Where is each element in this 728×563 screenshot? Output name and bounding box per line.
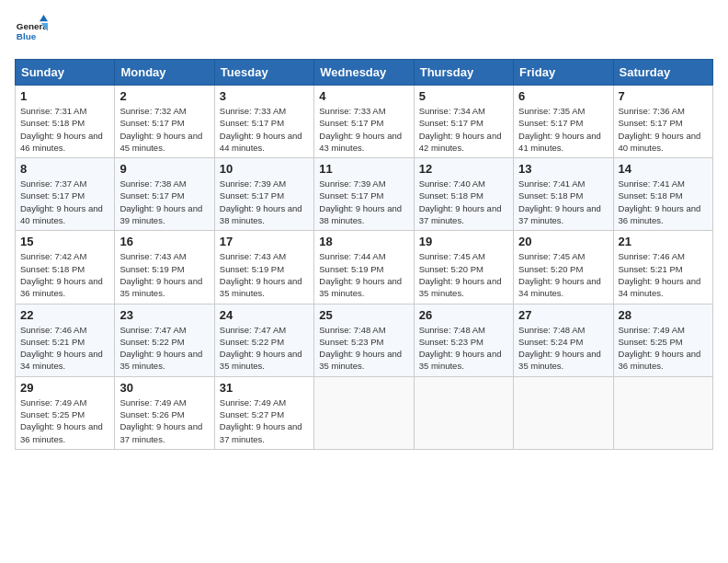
cell-sunset: Sunset: 5:17 PM [119, 117, 209, 129]
cell-sunset: Sunset: 5:20 PM [419, 263, 508, 275]
calendar-cell: 24 Sunrise: 7:47 AM Sunset: 5:22 PM Dayl… [214, 304, 313, 376]
calendar-cell: 2 Sunrise: 7:32 AM Sunset: 5:17 PM Dayli… [115, 86, 214, 158]
calendar-cell: 16 Sunrise: 7:43 AM Sunset: 5:19 PM Dayl… [115, 231, 214, 304]
calendar-cell: 22 Sunrise: 7:46 AM Sunset: 5:21 PM Dayl… [16, 304, 115, 376]
calendar-week-row: 22 Sunrise: 7:46 AM Sunset: 5:21 PM Dayl… [16, 304, 713, 376]
cell-sunrise: Sunrise: 7:46 AM [20, 324, 109, 336]
calendar-cell: 7 Sunrise: 7:36 AM Sunset: 5:17 PM Dayli… [613, 86, 712, 158]
cell-day-number: 10 [220, 162, 309, 176]
cell-sunset: Sunset: 5:17 PM [20, 190, 109, 201]
cell-sunrise: Sunrise: 7:43 AM [220, 250, 309, 262]
cell-daylight: Daylight: 9 hours and 37 minutes. [220, 420, 309, 445]
cell-daylight: Daylight: 9 hours and 36 minutes. [619, 202, 708, 227]
cell-sunset: Sunset: 5:23 PM [319, 336, 408, 348]
cell-daylight: Daylight: 9 hours and 35 minutes. [220, 275, 309, 300]
cell-day-number: 17 [220, 235, 309, 248]
calendar-cell: 14 Sunrise: 7:41 AM Sunset: 5:18 PM Dayl… [613, 158, 712, 231]
cell-daylight: Daylight: 9 hours and 44 minutes. [220, 130, 309, 155]
calendar-cell: 21 Sunrise: 7:46 AM Sunset: 5:21 PM Dayl… [613, 231, 712, 304]
calendar-cell: 30 Sunrise: 7:49 AM Sunset: 5:26 PM Dayl… [115, 376, 214, 449]
day-header-wednesday: Wednesday [314, 60, 414, 86]
cell-sunset: Sunset: 5:18 PM [419, 190, 508, 201]
cell-daylight: Daylight: 9 hours and 45 minutes. [119, 130, 209, 155]
cell-sunset: Sunset: 5:22 PM [119, 336, 209, 348]
cell-sunset: Sunset: 5:17 PM [119, 190, 209, 201]
cell-sunrise: Sunrise: 7:48 AM [419, 324, 508, 336]
svg-marker-2 [40, 15, 48, 21]
cell-day-number: 12 [419, 162, 508, 176]
calendar-cell: 27 Sunrise: 7:48 AM Sunset: 5:24 PM Dayl… [514, 304, 613, 376]
cell-sunrise: Sunrise: 7:48 AM [518, 324, 608, 336]
cell-day-number: 2 [119, 89, 209, 103]
cell-sunrise: Sunrise: 7:45 AM [419, 250, 508, 262]
logo: General Blue [15, 15, 48, 48]
cell-daylight: Daylight: 9 hours and 38 minutes. [319, 202, 408, 227]
calendar-cell [613, 376, 712, 449]
cell-daylight: Daylight: 9 hours and 43 minutes. [319, 130, 408, 155]
cell-daylight: Daylight: 9 hours and 35 minutes. [119, 275, 209, 300]
calendar-cell: 29 Sunrise: 7:49 AM Sunset: 5:25 PM Dayl… [16, 376, 115, 449]
day-header-sunday: Sunday [16, 60, 115, 86]
cell-sunrise: Sunrise: 7:41 AM [518, 178, 608, 190]
calendar-cell [414, 376, 513, 449]
cell-sunrise: Sunrise: 7:38 AM [119, 178, 209, 190]
cell-day-number: 22 [20, 308, 109, 322]
cell-daylight: Daylight: 9 hours and 35 minutes. [319, 275, 408, 300]
cell-sunrise: Sunrise: 7:49 AM [119, 396, 209, 408]
cell-day-number: 25 [319, 308, 408, 322]
cell-day-number: 26 [419, 308, 508, 322]
cell-sunrise: Sunrise: 7:34 AM [419, 105, 508, 117]
cell-daylight: Daylight: 9 hours and 36 minutes. [20, 275, 109, 300]
cell-daylight: Daylight: 9 hours and 35 minutes. [220, 348, 309, 373]
cell-daylight: Daylight: 9 hours and 34 minutes. [518, 275, 608, 300]
cell-day-number: 24 [220, 308, 309, 322]
cell-day-number: 29 [20, 381, 109, 395]
cell-sunset: Sunset: 5:20 PM [518, 263, 608, 275]
cell-sunrise: Sunrise: 7:32 AM [119, 105, 209, 117]
cell-sunrise: Sunrise: 7:45 AM [518, 250, 608, 262]
cell-daylight: Daylight: 9 hours and 35 minutes. [518, 348, 608, 373]
cell-sunset: Sunset: 5:17 PM [220, 117, 309, 129]
cell-sunrise: Sunrise: 7:39 AM [319, 178, 408, 190]
cell-day-number: 13 [518, 162, 608, 176]
calendar-cell: 1 Sunrise: 7:31 AM Sunset: 5:18 PM Dayli… [16, 86, 115, 158]
calendar-cell: 17 Sunrise: 7:43 AM Sunset: 5:19 PM Dayl… [214, 231, 313, 304]
page-header: General Blue [15, 15, 713, 48]
calendar-cell: 23 Sunrise: 7:47 AM Sunset: 5:22 PM Dayl… [115, 304, 214, 376]
cell-daylight: Daylight: 9 hours and 35 minutes. [419, 348, 508, 373]
cell-sunset: Sunset: 5:18 PM [619, 190, 708, 201]
cell-sunset: Sunset: 5:22 PM [220, 336, 309, 348]
calendar-cell: 13 Sunrise: 7:41 AM Sunset: 5:18 PM Dayl… [514, 158, 613, 231]
cell-sunrise: Sunrise: 7:37 AM [20, 178, 109, 190]
cell-daylight: Daylight: 9 hours and 38 minutes. [220, 202, 309, 227]
cell-daylight: Daylight: 9 hours and 34 minutes. [20, 348, 109, 373]
cell-sunset: Sunset: 5:23 PM [419, 336, 508, 348]
cell-sunset: Sunset: 5:18 PM [20, 117, 109, 129]
cell-day-number: 3 [220, 89, 309, 103]
cell-daylight: Daylight: 9 hours and 41 minutes. [518, 130, 608, 155]
cell-daylight: Daylight: 9 hours and 39 minutes. [119, 202, 209, 227]
calendar-week-row: 29 Sunrise: 7:49 AM Sunset: 5:25 PM Dayl… [16, 376, 713, 449]
calendar-cell: 15 Sunrise: 7:42 AM Sunset: 5:18 PM Dayl… [16, 231, 115, 304]
day-header-saturday: Saturday [613, 60, 712, 86]
cell-sunset: Sunset: 5:17 PM [319, 190, 408, 201]
cell-sunrise: Sunrise: 7:42 AM [20, 250, 109, 262]
calendar-cell [514, 376, 613, 449]
cell-sunrise: Sunrise: 7:40 AM [419, 178, 508, 190]
cell-sunrise: Sunrise: 7:36 AM [619, 105, 708, 117]
cell-sunset: Sunset: 5:19 PM [220, 263, 309, 275]
cell-day-number: 16 [119, 235, 209, 248]
cell-sunrise: Sunrise: 7:35 AM [518, 105, 608, 117]
cell-sunrise: Sunrise: 7:33 AM [220, 105, 309, 117]
calendar-header-row: SundayMondayTuesdayWednesdayThursdayFrid… [16, 60, 713, 86]
cell-sunrise: Sunrise: 7:33 AM [319, 105, 408, 117]
cell-sunset: Sunset: 5:17 PM [619, 117, 708, 129]
cell-sunrise: Sunrise: 7:48 AM [319, 324, 408, 336]
logo-icon: General Blue [15, 15, 48, 48]
cell-sunset: Sunset: 5:17 PM [419, 117, 508, 129]
cell-daylight: Daylight: 9 hours and 37 minutes. [419, 202, 508, 227]
calendar-cell: 19 Sunrise: 7:45 AM Sunset: 5:20 PM Dayl… [414, 231, 513, 304]
cell-day-number: 5 [419, 89, 508, 103]
calendar-cell: 12 Sunrise: 7:40 AM Sunset: 5:18 PM Dayl… [414, 158, 513, 231]
day-header-thursday: Thursday [414, 60, 513, 86]
